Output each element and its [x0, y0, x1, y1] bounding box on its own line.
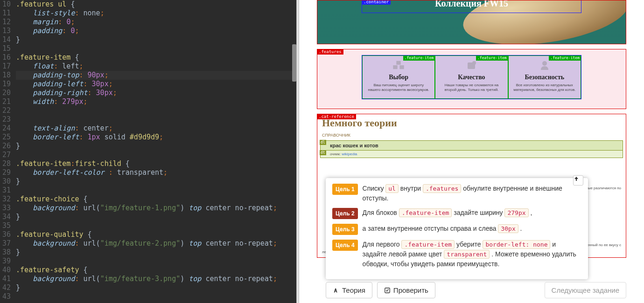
svg-rect-0	[396, 61, 400, 65]
check-button[interactable]: Проверить	[377, 282, 435, 298]
feature-desc: Наши товары не сломаются на второй день.…	[440, 83, 503, 93]
goals-popup: Цель 1Списку ul внутри .features обнулит…	[326, 178, 588, 279]
next-task-button[interactable]: Следующее задание	[545, 282, 626, 298]
feature-item-safety: .feature-item Безопасность Все изготовле…	[508, 55, 581, 99]
dl-block: dl крас кошек и котов dt очник: wikipedi…	[320, 140, 623, 158]
goal-badge: Цель 1	[332, 184, 358, 195]
wikipedia-link[interactable]: wikipedia	[342, 152, 357, 156]
theory-button[interactable]: Теория	[326, 282, 372, 298]
goal-badge: Цель 3	[332, 224, 358, 235]
theory-label: Теория	[342, 286, 365, 294]
next-label: Следующее задание	[552, 286, 619, 294]
reference-subtitle: СПРАВОЧНИК	[317, 131, 626, 140]
goal-row: Цель 2Для блоков .feature-item задайте ш…	[332, 208, 581, 219]
action-bar: Теория Проверить Следующее задание	[326, 282, 644, 298]
hero-section: .container Коллекция FW15	[317, 0, 626, 44]
goal-text: Списку ul внутри .features обнулите внут…	[363, 184, 581, 203]
dl-definition: очник: wikipedia	[320, 151, 623, 158]
font-icon	[333, 287, 339, 294]
code-editor[interactable]: 1011121314151617181920212223242526272829…	[0, 0, 296, 303]
features-section: .features .container .feature-item Выбор…	[317, 49, 626, 109]
goal-text: а затем внутренние отступы справа и слев…	[363, 224, 522, 234]
goal-row: Цель 1Списку ul внутри .features обнулит…	[332, 184, 581, 203]
goal-text: Для первого .feature-item уберите border…	[363, 240, 581, 269]
dl-tag-label: dl	[320, 140, 326, 145]
feature-desc: Все изготовлено из натуральных материало…	[513, 83, 576, 93]
hero-title: Коллекция FW15	[362, 0, 581, 9]
svg-rect-2	[399, 65, 404, 69]
reference-title: Немного теории	[317, 114, 626, 131]
svg-point-5	[542, 61, 547, 66]
code-area[interactable]: .features ul { list-style: none; margin:…	[0, 0, 296, 301]
goal-row: Цель 4Для первого .feature-item уберите …	[332, 240, 581, 269]
feature-title: Качество	[440, 74, 503, 81]
feature-item-quality: .feature-item Качество Наши товары не сл…	[435, 55, 508, 99]
line-gutter: 1011121314151617181920212223242526272829…	[0, 0, 13, 301]
svg-point-4	[472, 61, 476, 65]
feature-title: Безопасность	[513, 74, 576, 81]
goal-badge: Цель 4	[332, 240, 358, 251]
shield-check-icon	[465, 61, 478, 70]
feature-title: Выбор	[367, 74, 430, 81]
boxes-icon	[392, 61, 405, 70]
feature-item-label: .feature-item	[549, 55, 581, 61]
check-label: Проверить	[393, 286, 428, 294]
scroll-to-top-button[interactable]	[573, 175, 583, 186]
goal-row: Цель 3а затем внутренние отступы справа …	[332, 224, 581, 235]
feature-item-choice: .feature-item Выбор Ваш питомец оценит ш…	[362, 55, 435, 99]
svg-rect-1	[393, 65, 397, 69]
feature-item-label: .feature-item	[476, 55, 508, 61]
features-label: .features	[317, 49, 343, 55]
check-icon	[384, 287, 391, 294]
cat-reference-label: .cat-reference	[317, 114, 356, 119]
feature-desc: Ваш питомец оценит широту нашего ассорти…	[367, 83, 430, 93]
features-container: .container .feature-item Выбор Ваш питом…	[362, 55, 581, 99]
arrow-up-icon	[574, 176, 579, 181]
dl-term: крас кошек и котов	[320, 140, 623, 151]
goal-badge: Цель 2	[332, 208, 358, 219]
person-icon	[538, 61, 551, 70]
hero-container-outline: .container Коллекция FW15	[362, 0, 581, 13]
feature-item-label: .feature-item	[403, 55, 435, 61]
dt-tag-label: dt	[320, 150, 326, 155]
goal-text: Для блоков .feature-item задайте ширину …	[363, 208, 532, 218]
